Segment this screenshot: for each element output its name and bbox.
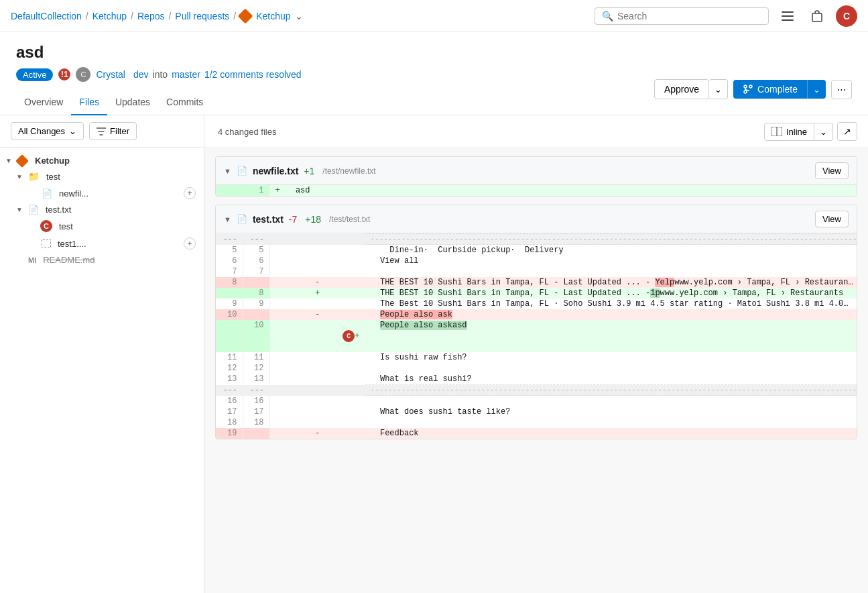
line-num-left: 18 <box>216 417 243 428</box>
add-comment-button[interactable]: + <box>184 237 196 250</box>
breadcrumb-ketchup-repo[interactable]: Ketchup <box>256 11 290 21</box>
breadcrumb-defaultcollection[interactable]: DefaultCollection <box>11 11 82 21</box>
line-num-left: 5 <box>216 245 243 256</box>
line-num-left: 7 <box>216 266 243 277</box>
line-content: What does sushi taste like? <box>365 407 857 417</box>
line-num-left: 10 <box>216 309 243 320</box>
list-icon[interactable] <box>777 5 798 27</box>
line-num-left: --- <box>216 234 243 245</box>
diff-sign <box>269 407 365 417</box>
breadcrumb-ketchup[interactable]: Ketchup <box>92 11 127 21</box>
more-options-button[interactable]: ⋯ <box>831 80 852 99</box>
tree-file-testtxt[interactable]: ▼ 📄 test.txt <box>0 202 204 217</box>
line-content: ----------------------------------------… <box>365 385 857 396</box>
line-content: The Best 10 Sushi Bars in Tampa, FL · So… <box>365 299 857 309</box>
line-content: asd <box>286 185 857 196</box>
view-file-button[interactable]: View <box>815 162 849 179</box>
line-num-right: --- <box>243 385 269 396</box>
tree-file-newfile[interactable]: ▼ 📄 newfil... + <box>0 184 204 202</box>
file-name: newfile.txt <box>253 166 298 176</box>
avatar[interactable]: C <box>836 5 857 27</box>
file-header-testtxt: ▼ 📄 test.txt -7 +18 /test/test.txt View <box>216 205 857 233</box>
filter-button[interactable]: Filter <box>89 122 137 140</box>
line-num-left: 8 <box>216 277 243 288</box>
inline-view-button[interactable]: Inline <box>764 123 814 141</box>
tab-commits[interactable]: Commits <box>158 90 211 115</box>
table-row: 17 17 What does sushi taste like? <box>216 407 857 417</box>
approve-dropdown-button[interactable]: ⌄ <box>709 79 728 99</box>
highlight: 1p <box>650 288 660 298</box>
line-num-left <box>216 288 243 299</box>
table-row: 5 5 Dine-in· Curbside pickup· Delivery <box>216 245 857 256</box>
author-link[interactable]: Crystal <box>96 69 125 80</box>
svg-point-6 <box>749 85 752 88</box>
chevron-down-icon[interactable]: ⌄ <box>295 11 303 21</box>
tab-updates[interactable]: Updates <box>107 90 158 115</box>
highlight: People also ask <box>380 310 452 319</box>
breadcrumb-repos[interactable]: Repos <box>137 11 164 21</box>
merge-icon <box>743 84 753 95</box>
line-num-right: 9 <box>243 299 269 309</box>
complete-dropdown-button[interactable]: ⌄ <box>807 80 826 99</box>
line-num-right: 6 <box>243 256 269 266</box>
line-num-right <box>243 428 269 439</box>
search-box[interactable]: 🔍 <box>595 7 769 25</box>
pr-header-wrapper: asd Active !1 C Crystal dev into master … <box>0 32 868 115</box>
table-row: 16 16 <box>216 396 857 407</box>
source-branch-link[interactable]: dev <box>133 69 149 80</box>
search-input[interactable] <box>617 11 761 21</box>
table-row: 13 13 What is real sushi? <box>216 374 857 385</box>
diff-table-testtxt: --- --- --------------------------------… <box>216 233 857 439</box>
table-row: 8 - THE BEST 10 Sushi Bars in Tampa, FL … <box>216 277 857 288</box>
tree-file-readme[interactable]: ▼ MI README.md <box>0 252 204 268</box>
tree-file-test1[interactable]: ▼ test1.... + <box>0 235 204 252</box>
line-content: People also askasd <box>365 320 857 352</box>
complete-button[interactable]: Complete <box>733 80 807 99</box>
tab-files[interactable]: Files <box>71 90 107 115</box>
line-content <box>365 417 857 428</box>
comment-indicator: C <box>343 330 355 342</box>
tree-repo-ketchup[interactable]: ▼ Ketchup <box>0 153 204 168</box>
file-path: /test/newfile.txt <box>322 166 375 176</box>
branch-into: into <box>153 69 168 80</box>
file-dashed-icon <box>42 239 51 248</box>
bag-icon[interactable] <box>806 5 828 27</box>
view-dropdown-button[interactable]: ⌄ <box>814 123 833 141</box>
file-icon: 📄 <box>237 166 247 176</box>
collapse-icon[interactable]: ▼ <box>224 167 231 175</box>
top-navigation: DefaultCollection / Ketchup / Repos / Pu… <box>0 0 868 32</box>
file-icon: 📄 <box>42 188 52 199</box>
expand-button[interactable]: ↗ <box>837 122 857 141</box>
tree-comment-test[interactable]: C test <box>0 217 204 235</box>
view-file-button[interactable]: View <box>815 211 849 227</box>
approve-group: Approve ⌄ <box>654 79 728 99</box>
diff-sign: + <box>269 288 365 299</box>
table-row: 7 7 <box>216 266 857 277</box>
line-num-right: 12 <box>243 363 269 374</box>
collapse-icon[interactable]: ▼ <box>224 215 231 223</box>
tab-overview[interactable]: Overview <box>16 90 71 115</box>
all-changes-button[interactable]: All Changes ⌄ <box>11 122 84 140</box>
nav-right: 🔍 C <box>595 5 857 27</box>
add-comment-button[interactable]: + <box>184 187 196 199</box>
target-branch-link[interactable]: master <box>172 69 200 80</box>
table-row: 10 - People also ask <box>216 309 857 320</box>
diff-sign: - <box>269 428 365 439</box>
line-num-right: 10 <box>243 320 269 352</box>
tree-file-label: README.md <box>43 255 95 265</box>
file-tree: ▼ Ketchup ▼ 📁 test ▼ 📄 newfil... + ▼ 📄 <box>0 148 204 273</box>
tree-folder-test[interactable]: ▼ 📁 test <box>0 168 204 184</box>
line-num-right: 5 <box>243 245 269 256</box>
file-icon: 📄 <box>237 214 247 224</box>
comments-resolved: 1/2 comments resolved <box>204 69 302 80</box>
line-num-right: 18 <box>243 417 269 428</box>
diff-sign <box>269 385 365 396</box>
diff-sign: - <box>269 309 365 320</box>
tree-comment-label: test <box>59 221 73 231</box>
approve-button[interactable]: Approve <box>654 79 709 99</box>
file-diff-newfile: ▼ 📄 newfile.txt +1 /test/newfile.txt Vie… <box>215 156 857 197</box>
breadcrumb-pullrequests[interactable]: Pull requests <box>175 11 229 21</box>
filter-icon <box>97 127 106 136</box>
table-row: --- --- --------------------------------… <box>216 234 857 245</box>
pr-title: asd <box>16 43 852 62</box>
